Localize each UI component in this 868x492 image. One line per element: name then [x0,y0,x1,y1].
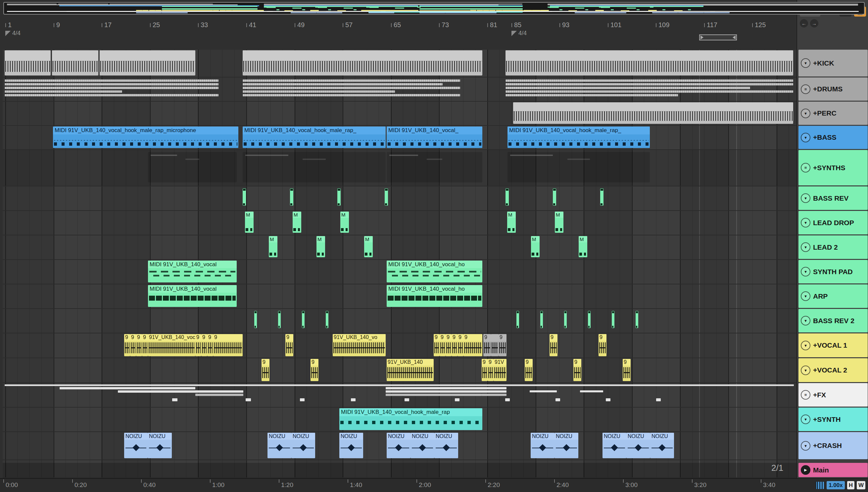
clip-audio-vocal[interactable]: 9 [525,359,532,381]
clip-midi-sliver[interactable] [302,311,304,328]
clip-audio-crash[interactable]: NOIZU [602,433,626,458]
group-ghost-clip[interactable] [507,152,650,182]
clip-fx-bar[interactable] [606,398,611,401]
clip-fx-bar[interactable] [386,390,506,393]
clip-midi-small[interactable]: M [340,212,349,233]
play-icon[interactable]: ▶ [801,465,811,475]
clip-drum-audio[interactable] [513,102,793,124]
clip-midi-sliver[interactable] [600,189,603,205]
loop-end-handle-icon[interactable] [733,35,736,40]
clip-midi-small[interactable]: M [364,236,373,257]
clip-midi[interactable]: MIDI 91V_UKB_140_vocal_ [387,126,482,148]
track-lane-kick[interactable] [3,50,796,77]
track-lane-fx[interactable] [3,383,796,408]
meter-icon[interactable] [816,482,824,489]
group-unfold-icon[interactable]: ≡ [801,390,811,400]
clip-drum-audio[interactable] [243,50,482,75]
clip-fx-bar[interactable] [246,398,251,401]
group-ghost-clip[interactable] [148,152,237,182]
clip-midi-sliver[interactable] [588,311,591,328]
chevron-down-icon[interactable]: ▾ [801,193,811,203]
w-badge[interactable]: W [857,481,865,489]
clip-audio-vocal[interactable]: 9 [213,334,243,356]
chevron-down-icon[interactable]: ▾ [801,218,811,227]
clip-midi[interactable]: MIDI 91V_UKB_140_vocal [148,285,237,307]
clip-audio-vocal[interactable]: 9 [457,334,464,356]
clip-fx-bar[interactable] [118,390,243,393]
clip-audio-crash[interactable]: NOIZU [626,433,650,458]
chevron-down-icon[interactable]: ▾ [801,58,811,68]
time-signature-marker[interactable]: 4/4 [5,30,21,37]
track-header-vocal-1[interactable]: ▾+VOCAL 1 [798,334,868,357]
chevron-down-icon[interactable]: ▾ [801,108,811,118]
clip-audio-vocal[interactable]: 9 [130,334,136,356]
clip-midi-small[interactable]: M [531,236,540,257]
clip-audio-vocal[interactable]: 9 [488,359,494,381]
clip-midi-sliver[interactable] [326,311,328,328]
track-header-synth-pad[interactable]: ▾SYNTH PAD [798,260,868,284]
clip-audio-vocal[interactable]: 9 [483,334,491,356]
group-ghost-clip[interactable] [387,152,482,182]
track-header-bass-rev[interactable]: ▾BASS REV [798,187,868,210]
track-lane-arp[interactable]: MIDI 91V_UKB_140_vocalMIDI 91V_UKB_140_v… [3,285,796,309]
clip-audio-vocal[interactable]: 9 [482,359,488,381]
clip-fx-bar[interactable] [404,398,409,401]
track-lane-synths[interactable] [3,150,796,187]
clip-audio-vocal[interactable]: 9 [598,334,606,356]
clip-fx-bar[interactable] [386,387,506,389]
track-header-synth[interactable]: ▾+SYNTH [798,408,868,431]
clip-midi-sliver[interactable] [540,311,543,328]
clip-fx-bar[interactable] [656,398,661,401]
clip-fx-bar[interactable] [300,398,304,401]
clip-drum-audio[interactable] [5,50,51,75]
chevron-down-icon[interactable]: ▾ [801,415,811,424]
clip-midi-small[interactable]: M [293,212,301,233]
clip-midi[interactable]: MIDI 91V_UKB_140_vocal_hook_male_rap [339,408,482,430]
chevron-down-icon[interactable]: ▾ [801,291,811,301]
clip-audio-vocal[interactable]: 9 [623,359,630,381]
clip-audio-crash[interactable]: NOIZU [650,433,674,458]
track-lane-crash[interactable]: NOIZUNOIZUNOIZUNOIZUNOIZUNOIZUNOIZUNOIZU… [3,432,796,460]
clip-fx-bar[interactable] [455,398,460,401]
clip-midi[interactable]: MIDI 91V_UKB_140_vocal_ho [387,285,482,307]
track-header-arp[interactable]: ▾ARP [798,285,868,308]
clip-midi-sliver[interactable] [278,311,281,328]
clip-fx-bar[interactable] [580,390,603,392]
chevron-down-icon[interactable]: ▾ [801,341,811,350]
clip-midi[interactable]: MIDI 91V_UKB_140_vocal_hook_male_rap_mic… [53,126,238,148]
clip-midi-sliver[interactable] [516,311,519,328]
clip-audio-crash[interactable]: NOIZU [531,433,554,458]
clip-fx-bar[interactable] [505,398,510,401]
clip-fx-bar[interactable] [172,398,177,401]
clip-midi-sliver[interactable] [612,311,614,328]
track-lane-bass[interactable]: MIDI 91V_UKB_140_vocal_hook_male_rap_mic… [3,126,796,150]
group-ghost-clip[interactable] [243,152,386,182]
clip-audio-vocal[interactable]: 9 [311,359,319,381]
clip-audio-vocal[interactable]: 9 [262,359,270,381]
track-lane-main[interactable] [3,463,796,478]
clip-audio-vocal[interactable]: 91V_UKB_140_vocal [148,334,195,356]
track-header-kick[interactable]: ▾+KICK [798,50,868,76]
clip-midi-small[interactable]: M [245,212,254,233]
clip-group-summary[interactable] [243,78,460,100]
clip-midi-sliver[interactable] [243,189,246,205]
clip-audio-vocal[interactable]: 9 [440,334,446,356]
clip-audio-vocal[interactable]: 91V [494,359,506,381]
clip-midi[interactable]: MIDI 91V_UKB_140_vocal_ho [387,261,482,282]
track-header-main[interactable]: ▶Main [798,463,868,477]
clip-midi-sliver[interactable] [636,311,638,328]
clip-audio-vocal[interactable]: 9 [142,334,148,356]
track-header-fx[interactable]: ≡+FX [798,383,868,407]
clip-group-summary[interactable] [5,78,219,100]
clip-audio-vocal[interactable]: 9 [434,334,440,356]
clip-midi-sliver[interactable] [337,189,341,205]
track-lane-synth-pad[interactable]: MIDI 91V_UKB_140_vocalMIDI 91V_UKB_140_v… [3,260,796,285]
track-lane-vocal-2[interactable]: 9991V_UKB_1409991V999 [3,358,796,383]
clip-midi-sliver[interactable] [553,189,556,205]
chevron-down-icon[interactable]: ▾ [801,441,811,451]
clip-audio-vocal[interactable]: 9 [286,334,293,356]
clip-fx-bar[interactable] [555,398,560,401]
track-header-lead-2[interactable]: ▾LEAD 2 [798,236,868,259]
clip-audio-vocal[interactable]: 9 [464,334,482,356]
clip-audio-crash[interactable]: NOIZU [387,433,411,458]
